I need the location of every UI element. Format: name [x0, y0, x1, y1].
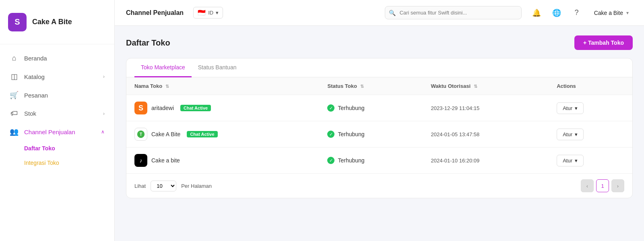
page-header: Daftar Toko + Tambah Toko — [126, 35, 633, 50]
status-text: Terhubung — [338, 105, 364, 111]
language-selector[interactable]: 🇮🇩 ID ▾ — [193, 7, 223, 19]
add-store-button[interactable]: + Tambah Toko — [574, 35, 633, 50]
store-name-text: Cake a bite — [151, 157, 180, 164]
table-header-row: Nama Toko ⇅ Status Toko ⇅ Waktu Otorisas… — [126, 77, 632, 95]
chat-active-badge: Chat Active — [180, 105, 211, 111]
store-table-wrap: Nama Toko ⇅ Status Toko ⇅ Waktu Otorisas… — [126, 77, 632, 173]
sidebar-item-daftar-toko[interactable]: Daftar Toko — [24, 141, 114, 156]
chevron-up-icon: ∧ — [101, 129, 105, 135]
stock-icon: 🏷 — [10, 109, 19, 118]
search-box: 🔍 — [385, 6, 522, 19]
sort-icon[interactable]: ⇅ — [360, 84, 364, 89]
atur-button[interactable]: Atur ▾ — [557, 155, 584, 166]
status-connected-icon: ✓ — [327, 157, 334, 164]
sort-icon[interactable]: ⇅ — [165, 84, 169, 89]
user-chevron-icon: ▾ — [626, 10, 629, 16]
sidebar-item-label: Beranda — [24, 55, 47, 62]
sidebar-item-channel-penjualan[interactable]: 👥 Channel Penjualan ∧ — [0, 123, 114, 141]
table-row: T Cake A Bite Chat Active ✓ Terhubung 20… — [126, 121, 632, 148]
store-name-cell: T Cake A Bite Chat Active — [134, 128, 311, 141]
lang-code: ID — [208, 10, 213, 16]
sidebar-item-beranda[interactable]: ⌂ Beranda — [0, 49, 114, 67]
cell-time: 2023-12-29 11:04:15 — [423, 95, 549, 121]
home-icon: ⌂ — [10, 54, 19, 62]
shopee-icon: S — [134, 102, 147, 114]
search-input[interactable] — [385, 6, 522, 19]
authorization-time: 2023-12-29 11:04:15 — [431, 105, 480, 111]
tab-bar: Toko Marketplace Status Bantuan — [126, 58, 632, 77]
sidebar-item-katalog[interactable]: ◫ Katalog › — [0, 67, 114, 86]
prev-page-button[interactable]: ‹ — [581, 179, 594, 192]
cell-actions: Atur ▾ — [549, 95, 632, 121]
cell-status: ✓ Terhubung — [319, 148, 423, 174]
col-nama-toko: Nama Toko ⇅ — [126, 77, 319, 95]
next-page-button[interactable]: › — [611, 179, 624, 192]
sidebar-item-label: Stok — [24, 110, 36, 117]
store-table: Nama Toko ⇅ Status Toko ⇅ Waktu Otorisas… — [126, 77, 632, 173]
status-connected-icon: ✓ — [327, 104, 334, 112]
sidebar-logo: S Cake A Bite — [0, 0, 114, 44]
per-halaman-label: Per Halaman — [181, 183, 212, 189]
cell-store-name: S aritadewi Chat Active — [126, 95, 319, 121]
notification-bell-icon[interactable]: 🔔 — [530, 6, 543, 20]
sidebar-item-stok[interactable]: 🏷 Stok › — [0, 104, 114, 123]
authorization-time: 2024-01-10 16:20:09 — [431, 158, 480, 164]
pagination-bar: Lihat 10 25 50 100 Per Halaman ‹ 1 › — [126, 173, 632, 198]
channel-icon: 👥 — [10, 127, 19, 136]
status-cell: ✓ Terhubung — [327, 104, 415, 112]
sidebar-item-label: Channel Penjualan — [24, 129, 75, 135]
topbar-title: Channel Penjualan — [126, 9, 184, 17]
user-name: Cake a Bite — [594, 10, 623, 16]
store-name-text: Cake A Bite — [151, 131, 180, 137]
per-page-select[interactable]: 10 25 50 100 — [151, 181, 176, 191]
store-name-cell: ♪ Cake a bite — [134, 154, 311, 167]
main-content: Channel Penjualan 🇮🇩 ID ▾ 🔍 🔔 🌐 ? Cake a… — [115, 0, 644, 241]
status-cell: ✓ Terhubung — [327, 131, 415, 138]
sidebar-item-pesanan[interactable]: 🛒 Pesanan — [0, 86, 114, 104]
topbar: Channel Penjualan 🇮🇩 ID ▾ 🔍 🔔 🌐 ? Cake a… — [115, 0, 644, 26]
tab-status-bantuan[interactable]: Status Bantuan — [192, 58, 243, 77]
logo-icon: S — [8, 13, 27, 31]
col-status-toko: Status Toko ⇅ — [319, 77, 423, 95]
cell-actions: Atur ▾ — [549, 121, 632, 148]
page-1-button[interactable]: 1 — [596, 179, 609, 192]
svg-text:T: T — [140, 132, 142, 137]
globe-icon[interactable]: 🌐 — [550, 6, 564, 20]
sidebar-brand-name: Cake A Bite — [32, 18, 72, 26]
store-name-text: aritadewi — [151, 105, 174, 111]
cell-time: 2024-01-05 13:47:58 — [423, 121, 549, 148]
cell-store-name: T Cake A Bite Chat Active — [126, 121, 319, 148]
table-row: ♪ Cake a bite ✓ Terhubung 2024-01-10 16:… — [126, 148, 632, 174]
catalog-icon: ◫ — [10, 72, 19, 81]
user-menu[interactable]: Cake a Bite ▾ — [590, 7, 633, 19]
tab-toko-marketplace[interactable]: Toko Marketplace — [134, 58, 192, 77]
cell-actions: Atur ▾ — [549, 148, 632, 174]
chevron-down-icon: ▾ — [575, 131, 578, 137]
table-row: S aritadewi Chat Active ✓ Terhubung 2023… — [126, 95, 632, 121]
cell-store-name: ♪ Cake a bite — [126, 148, 319, 174]
store-card: Toko Marketplace Status Bantuan Nama Tok… — [126, 58, 633, 198]
lihat-label: Lihat — [134, 183, 146, 189]
topbar-icons: 🔔 🌐 ? Cake a Bite ▾ — [530, 6, 633, 20]
chevron-down-icon: ▾ — [575, 105, 578, 111]
cart-icon: 🛒 — [10, 91, 19, 100]
status-connected-icon: ✓ — [327, 131, 334, 138]
tokopedia-icon: T — [134, 128, 147, 141]
tiktok-icon: ♪ — [134, 154, 147, 167]
chat-active-badge: Chat Active — [187, 131, 217, 137]
sort-icon[interactable]: ⇅ — [474, 84, 477, 89]
cell-status: ✓ Terhubung — [319, 95, 423, 121]
store-name-cell: S aritadewi Chat Active — [134, 102, 311, 114]
pagination-controls: ‹ 1 › — [581, 179, 624, 192]
col-actions: Actions — [549, 77, 632, 95]
chevron-right-icon: › — [103, 111, 105, 116]
sidebar-item-label: Pesanan — [24, 92, 48, 99]
chevron-right-icon: › — [103, 74, 105, 79]
help-icon[interactable]: ? — [570, 6, 584, 20]
cell-time: 2024-01-10 16:20:09 — [423, 148, 549, 174]
atur-button[interactable]: Atur ▾ — [557, 129, 584, 140]
chevron-down-icon: ▾ — [575, 158, 578, 164]
sidebar-item-integrasi-toko[interactable]: Integrasi Toko — [24, 156, 114, 170]
col-waktu-otorisasi: Waktu Otorisasi ⇅ — [423, 77, 549, 95]
atur-button[interactable]: Atur ▾ — [557, 102, 584, 114]
